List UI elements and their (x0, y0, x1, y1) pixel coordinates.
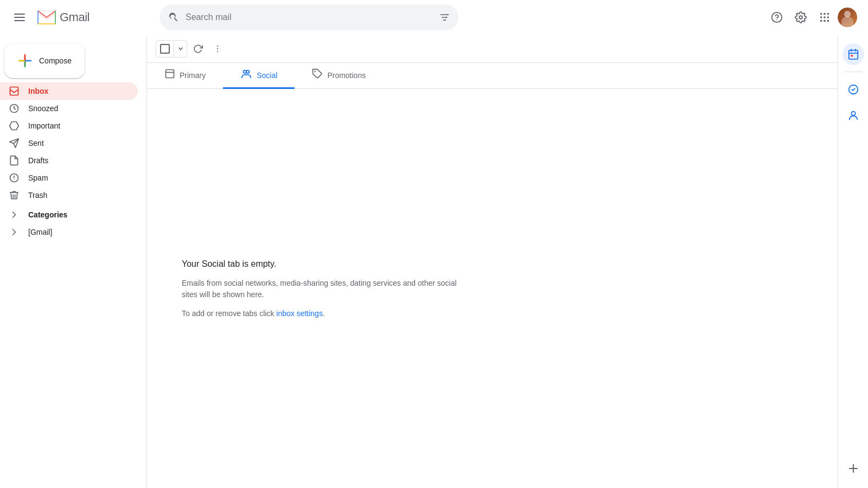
sidebar-item-important-label: Important (28, 121, 60, 130)
settings-button[interactable] (790, 7, 812, 28)
search-container (159, 4, 458, 30)
svg-point-19 (824, 20, 826, 22)
tab-primary-label: Primary (180, 71, 206, 80)
drafts-icon (9, 155, 20, 166)
svg-rect-42 (848, 50, 858, 60)
svg-point-18 (820, 20, 822, 22)
calendar-button[interactable] (843, 43, 864, 65)
sidebar-item-categories-label: Categories (28, 210, 67, 219)
sidebar-item-categories[interactable]: Categories (0, 206, 138, 223)
important-icon (9, 120, 20, 131)
inbox-settings-link[interactable]: inbox settings (276, 309, 323, 318)
social-tab-icon (240, 68, 252, 82)
search-input[interactable] (186, 12, 432, 22)
svg-point-15 (820, 16, 822, 18)
tab-social[interactable]: Social (223, 63, 295, 89)
svg-point-14 (827, 13, 829, 15)
svg-point-8 (446, 17, 448, 18)
gmail-m-icon (36, 7, 58, 28)
svg-rect-46 (851, 55, 853, 57)
svg-point-7 (447, 14, 449, 16)
compose-label: Compose (39, 56, 72, 65)
select-dropdown-arrow[interactable] (174, 40, 187, 57)
inbox-icon (9, 86, 20, 97)
promotions-tab-icon (312, 68, 323, 82)
tab-promotions[interactable]: Promotions (295, 63, 383, 89)
svg-point-33 (14, 179, 15, 181)
sidebar-item-igmail-label: [Gmail] (28, 228, 52, 236)
cta-suffix: . (323, 309, 325, 318)
svg-point-12 (820, 13, 822, 15)
help-icon (771, 11, 783, 23)
send-icon (9, 138, 20, 149)
spam-icon (9, 172, 20, 183)
contacts-icon (847, 110, 859, 121)
gmail-text: Gmail (60, 10, 90, 24)
search-icon (168, 12, 179, 23)
header-right (766, 7, 859, 28)
add-widget-button[interactable] (843, 458, 864, 479)
svg-point-17 (827, 16, 829, 18)
sidebar-item-spam-label: Spam (28, 174, 48, 182)
sidebar-item-sent[interactable]: Sent (0, 134, 138, 152)
main-layout: Compose Inbox Snoozed (0, 35, 868, 488)
account-button[interactable] (838, 7, 859, 28)
sidebar-item-inbox[interactable]: Inbox (0, 82, 138, 100)
add-icon (847, 462, 860, 475)
tab-primary[interactable]: Primary (147, 63, 223, 89)
dropdown-arrow-icon (178, 46, 183, 52)
svg-rect-0 (14, 14, 25, 15)
gmail-logo[interactable]: Gmail (36, 7, 90, 28)
sidebar-item-drafts[interactable]: Drafts (0, 152, 138, 169)
svg-point-34 (217, 45, 218, 46)
apps-button[interactable] (814, 7, 835, 28)
empty-state: Your Social tab is empty. Emails from so… (147, 89, 838, 488)
sidebar-item-trash[interactable]: Trash (0, 187, 138, 204)
more-vert-icon (213, 44, 222, 54)
compose-button[interactable]: Compose (4, 43, 85, 78)
sidebar-item-snoozed[interactable]: Snoozed (0, 100, 138, 117)
contacts-button[interactable] (843, 105, 864, 126)
primary-tab-icon (164, 68, 175, 82)
compose-icon (17, 53, 33, 68)
empty-cta: To add or remove tabs click inbox settin… (182, 309, 325, 318)
sidebar-item-spam[interactable]: Spam (0, 169, 138, 187)
svg-rect-37 (166, 70, 174, 78)
select-all-button[interactable] (156, 40, 187, 57)
sidebar-item-sent-label: Sent (28, 139, 44, 147)
more-options-button[interactable] (209, 40, 226, 57)
cta-prefix: To add or remove tabs click (182, 309, 276, 318)
content-area: Primary Social (146, 35, 838, 488)
sidebar-item-important[interactable]: Important (0, 117, 138, 134)
svg-point-16 (824, 16, 826, 18)
tasks-button[interactable] (843, 79, 864, 100)
select-checkbox[interactable] (156, 40, 174, 57)
svg-point-48 (851, 112, 855, 115)
checkbox-square (160, 44, 170, 54)
tabs: Primary Social (147, 63, 838, 89)
svg-point-9 (444, 20, 446, 21)
help-button[interactable] (766, 7, 788, 28)
refresh-icon (193, 44, 203, 54)
filter-icon[interactable] (439, 12, 450, 23)
sidebar-item-trash-label: Trash (28, 191, 47, 200)
empty-title: Your Social tab is empty. (182, 259, 276, 269)
sidebar-item-igmail[interactable]: [Gmail] (0, 223, 138, 241)
refresh-button[interactable] (189, 40, 207, 57)
tab-social-label: Social (257, 71, 277, 80)
chevron-right-icon (9, 227, 20, 237)
svg-rect-2 (14, 20, 25, 21)
empty-description: Emails from social networks, media-shari… (182, 278, 464, 300)
avatar (838, 8, 857, 27)
trash-icon (9, 190, 20, 201)
menu-button[interactable] (9, 7, 30, 28)
calendar-icon (847, 48, 859, 60)
sidebar-item-drafts-label: Drafts (28, 156, 48, 165)
svg-point-36 (217, 51, 218, 52)
sidebar: Compose Inbox Snoozed (0, 35, 146, 488)
expand-more-icon (9, 209, 20, 220)
svg-point-41 (315, 71, 316, 73)
header-left: Gmail (9, 7, 155, 28)
right-sidebar (838, 35, 868, 488)
svg-point-35 (217, 48, 218, 49)
